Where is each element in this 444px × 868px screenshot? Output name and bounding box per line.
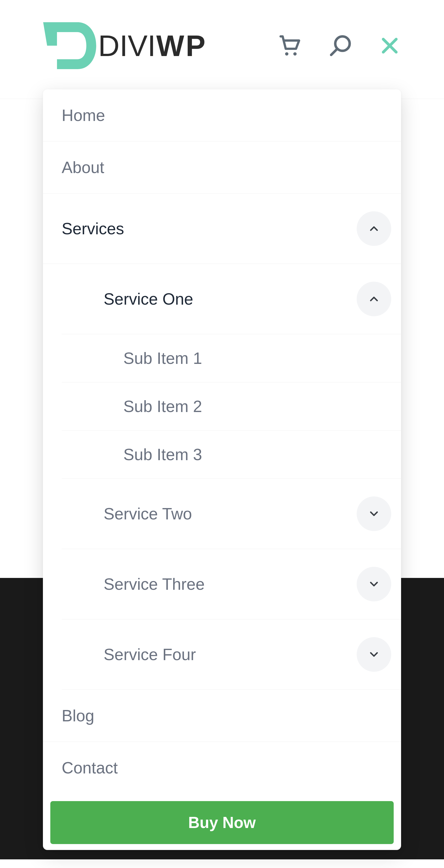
chevron-down-icon[interactable]	[357, 567, 391, 601]
menu-item-label: Service Three	[104, 576, 205, 592]
menu-item-blog[interactable]: Blog	[43, 690, 401, 742]
menu-item-label: Service Four	[104, 646, 196, 662]
submenu-sub-item-2[interactable]: Sub Item 2	[62, 382, 401, 431]
menu-item-label: Sub Item 3	[123, 446, 202, 463]
menu-item-label: Home	[62, 107, 105, 123]
menu-item-label: Service One	[104, 291, 193, 307]
chevron-down-icon[interactable]	[357, 637, 391, 672]
submenu-item-service-four[interactable]: Service Four	[62, 619, 401, 690]
submenu-sub-item-3[interactable]: Sub Item 3	[62, 431, 401, 479]
menu-item-label: Sub Item 2	[123, 398, 202, 414]
close-icon[interactable]	[379, 35, 401, 57]
menu-item-services[interactable]: Services	[43, 193, 401, 264]
menu-item-label: Contact	[62, 760, 118, 776]
svg-point-0	[285, 52, 288, 56]
menu-item-contact[interactable]: Contact	[43, 742, 401, 794]
menu-item-label: Service Two	[104, 505, 192, 522]
chevron-up-icon[interactable]	[357, 211, 391, 246]
brand-logo-text-bold: WP	[156, 29, 207, 62]
menu-item-about[interactable]: About	[43, 142, 401, 193]
chevron-down-icon[interactable]	[357, 496, 391, 531]
search-icon[interactable]	[328, 33, 353, 58]
header-icons	[277, 33, 401, 58]
svg-line-3	[331, 49, 337, 55]
brand-logo[interactable]: DIVIWP	[43, 22, 207, 69]
menu-item-label: Services	[62, 220, 124, 237]
svg-point-1	[293, 52, 297, 56]
brand-logo-mark	[43, 22, 96, 69]
menu-item-label: About	[62, 159, 104, 176]
menu-item-label: Blog	[62, 708, 94, 724]
submenu-item-service-two[interactable]: Service Two	[62, 479, 401, 549]
menu-item-label: Sub Item 1	[123, 350, 202, 366]
submenu-item-service-one[interactable]: Service One	[62, 264, 401, 334]
buy-now-label: Buy Now	[188, 814, 256, 832]
chevron-up-icon[interactable]	[357, 282, 391, 316]
submenu-item-service-three[interactable]: Service Three	[62, 549, 401, 619]
buy-now-button[interactable]: Buy Now	[50, 801, 394, 844]
submenu-sub-item-1[interactable]: Sub Item 1	[62, 334, 401, 382]
mobile-menu-panel: Home About Services Service One Sub Item…	[43, 89, 401, 850]
cart-icon[interactable]	[277, 33, 302, 58]
site-header: DIVIWP	[0, 0, 444, 99]
brand-logo-text: DIVIWP	[98, 31, 207, 60]
cta-row: Buy Now	[43, 794, 401, 844]
brand-logo-text-light: DIVI	[98, 29, 156, 62]
menu-item-home[interactable]: Home	[43, 89, 401, 142]
